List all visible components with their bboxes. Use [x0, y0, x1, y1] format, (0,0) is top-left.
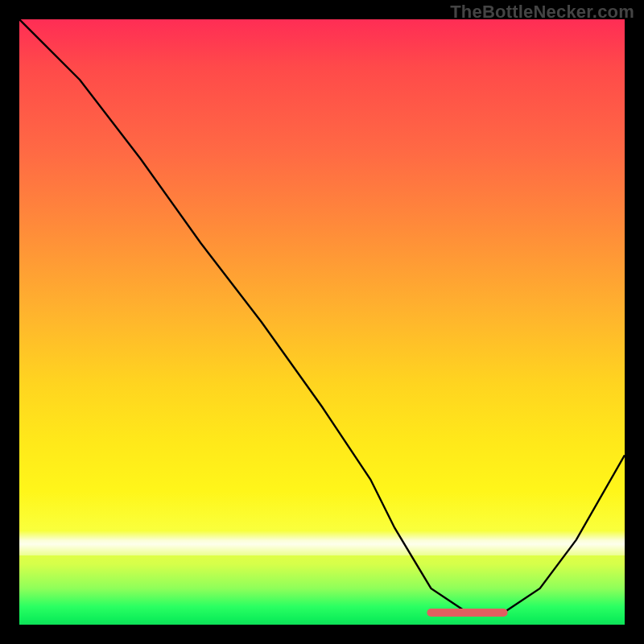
- chart-frame: TheBottleNecker.com: [0, 0, 644, 644]
- bottleneck-curve: [19, 19, 625, 613]
- curve-layer: [19, 19, 625, 625]
- plot-area: [19, 19, 625, 625]
